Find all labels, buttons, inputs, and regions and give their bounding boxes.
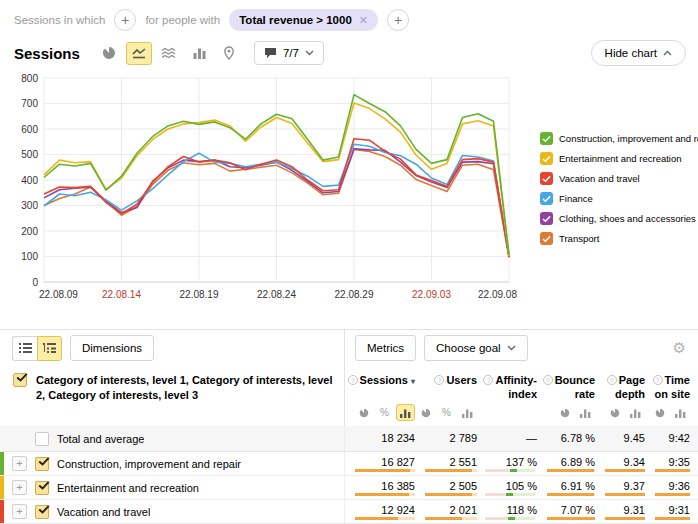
metric-bar (425, 517, 477, 520)
bar-viz-icon[interactable] (671, 404, 690, 421)
table-row[interactable]: +Entertainment and recreation16 3852 505… (0, 476, 698, 500)
row-checkbox[interactable] (35, 505, 49, 519)
percent-viz-icon[interactable]: % (375, 404, 394, 421)
pie-viz-icon[interactable] (605, 404, 624, 421)
legend-checkbox-icon[interactable] (540, 152, 553, 165)
table-settings-gear-icon[interactable]: ⚙ (673, 339, 686, 357)
viz-icons-affinity-index (477, 404, 537, 422)
row-checkbox[interactable] (35, 481, 49, 495)
pie-viz-icon[interactable] (650, 404, 669, 421)
column-chart-type-button[interactable] (186, 42, 212, 65)
affinity-index-bar (485, 469, 535, 472)
bar-viz-icon[interactable] (396, 404, 415, 421)
legend-item[interactable]: Construction, improvement and repair (540, 132, 698, 145)
series-counter-value: 7/7 (283, 47, 299, 59)
metric-bar (425, 469, 477, 472)
table-row[interactable]: +Construction, improvement and repair16 … (0, 452, 698, 476)
chart-legend: Construction, improvement and repairEnte… (540, 70, 698, 308)
sessions-line-chart[interactable]: 010020030040050060070080022.08.0922.08.1… (4, 70, 540, 308)
legend-item[interactable]: Vacation and travel (540, 172, 698, 185)
metric-value: 6.89 % (561, 456, 595, 468)
add-session-condition-button[interactable]: + (114, 9, 136, 31)
table-row[interactable]: +Vacation and travel12 9242 021118 %7.07… (0, 500, 698, 524)
pie-chart-type-button[interactable] (96, 42, 122, 65)
column-header-time-on-site[interactable]: ?Time on site (645, 373, 690, 402)
legend-checkbox-icon[interactable] (540, 212, 553, 225)
view-toggle-group (12, 336, 62, 361)
svg-text:0: 0 (32, 277, 38, 288)
help-icon[interactable]: ? (543, 375, 553, 385)
legend-checkbox-icon[interactable] (540, 172, 553, 185)
pie-viz-icon[interactable] (555, 404, 574, 421)
segment-tag-label: Total revenue > 1000 (239, 14, 352, 26)
expand-row-button[interactable]: + (12, 456, 27, 471)
metric-value: 7.07 % (561, 504, 595, 516)
table-rows: Total and average18 2342 789—6.78 %9.459… (0, 426, 698, 524)
column-header-sessions[interactable]: ?Sessions ▾ (345, 373, 415, 402)
metric-viz-icon-row: %% (0, 404, 698, 426)
legend-item[interactable]: Entertainment and recreation (540, 152, 698, 165)
column-header-users[interactable]: ?Users (415, 373, 477, 402)
chevron-down-icon (305, 50, 314, 56)
expand-row-button[interactable]: + (12, 480, 27, 495)
remove-segment-icon[interactable]: ✕ (359, 14, 368, 27)
column-header-page-depth[interactable]: ?Page depth (595, 373, 645, 402)
help-icon[interactable]: ? (483, 375, 493, 385)
metric-value: 2 551 (449, 456, 477, 468)
cell-value: 2 505 (415, 476, 477, 499)
help-icon[interactable]: ? (348, 375, 358, 385)
row-checkbox[interactable] (35, 457, 49, 471)
metric-value: 2 021 (449, 504, 477, 516)
tree-view-button[interactable] (37, 336, 62, 361)
help-icon[interactable]: ? (653, 375, 663, 385)
row-label: Entertainment and recreation (57, 482, 199, 494)
segment-tag[interactable]: Total revenue > 1000 ✕ (229, 9, 378, 31)
hide-chart-button[interactable]: Hide chart (591, 40, 686, 66)
line-chart-icon (131, 46, 147, 60)
legend-checkbox-icon[interactable] (540, 232, 553, 245)
line-chart-type-button[interactable] (126, 42, 152, 65)
report-table: Dimensions Metrics Choose goal ⚙ Categor… (0, 329, 698, 524)
map-type-button[interactable] (216, 42, 242, 65)
help-icon[interactable]: ? (607, 375, 617, 385)
legend-label: Transport (559, 233, 599, 244)
column-header-bounce-rate[interactable]: ?Bounce rate (537, 373, 595, 402)
pie-viz-icon[interactable] (416, 404, 435, 421)
help-icon[interactable]: ? (434, 375, 444, 385)
dimension-select-all-checkbox[interactable] (13, 373, 27, 387)
series-counter-dropdown[interactable]: 7/7 (254, 41, 324, 65)
bar-viz-icon[interactable] (626, 404, 645, 421)
cell-value: 6.89 % (537, 452, 595, 475)
dimensions-button[interactable]: Dimensions (70, 335, 154, 361)
percent-viz-icon[interactable]: % (437, 404, 456, 421)
flat-list-view-button[interactable] (12, 336, 37, 361)
bar-viz-icon[interactable] (458, 404, 477, 421)
legend-item[interactable]: Finance (540, 192, 698, 205)
metrics-button[interactable]: Metrics (355, 335, 416, 361)
metric-value: 9:31 (669, 504, 690, 516)
bar-viz-icon[interactable] (576, 404, 595, 421)
table-row[interactable]: Total and average18 2342 789—6.78 %9.459… (0, 426, 698, 452)
legend-label: Clothing, shoes and accessories (559, 213, 696, 224)
dimension-header-label[interactable]: Category of interests, level 1, Category… (36, 373, 334, 402)
legend-item[interactable]: Transport (540, 232, 698, 245)
cell-value: — (477, 426, 537, 451)
cell-value: 9:35 (645, 452, 690, 475)
expand-row-button[interactable]: + (12, 504, 27, 519)
add-user-condition-button[interactable]: + (387, 9, 409, 31)
legend-checkbox-icon[interactable] (540, 192, 553, 205)
viz-icons-page-depth (595, 404, 645, 422)
column-header-affinity-index[interactable]: ?Affinity-index (477, 373, 537, 402)
stacked-area-type-button[interactable] (156, 42, 182, 65)
choose-goal-dropdown[interactable]: Choose goal (424, 335, 528, 361)
for-people-with-label: for people with (145, 14, 220, 26)
viz-icons-bounce-rate (537, 404, 595, 422)
row-checkbox[interactable] (35, 432, 49, 446)
cell-value: 6.78 % (537, 426, 595, 451)
pie-viz-icon[interactable] (354, 404, 373, 421)
legend-checkbox-icon[interactable] (540, 132, 553, 145)
chevron-down-icon (507, 345, 516, 351)
legend-item[interactable]: Clothing, shoes and accessories (540, 212, 698, 225)
comment-bubble-icon (264, 47, 277, 59)
svg-text:700: 700 (21, 98, 38, 109)
